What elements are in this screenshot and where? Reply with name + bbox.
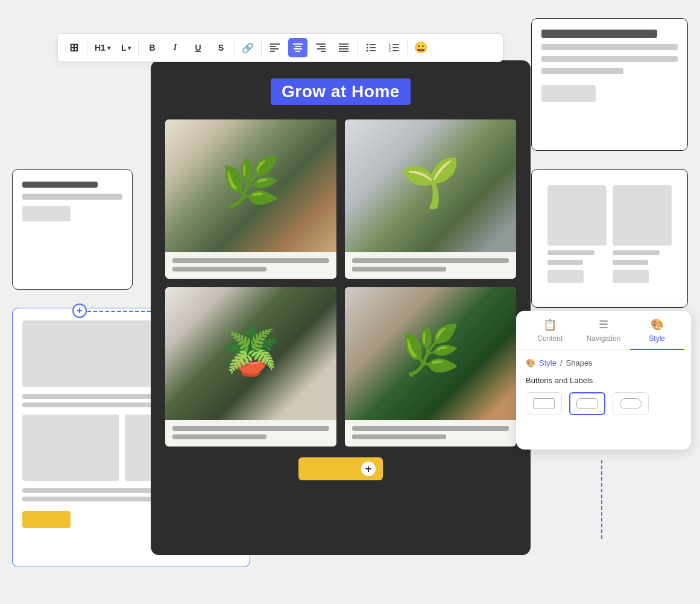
ordered-list-button[interactable]: 1.2.3.	[384, 38, 403, 57]
svg-rect-14	[339, 48, 348, 49]
add-section-button[interactable]: +	[72, 304, 87, 318]
breadcrumb-style[interactable]: Style	[539, 358, 557, 367]
svg-rect-6	[294, 48, 302, 49]
strikethrough-button[interactable]: S	[211, 38, 230, 57]
size-dropdown[interactable]: L ▾	[118, 38, 135, 57]
style-panel: 📋 Content ☰ Navigation 🎨 Style 🎨 Style /…	[516, 311, 691, 450]
svg-rect-23	[393, 44, 399, 45]
svg-rect-19	[370, 47, 376, 48]
svg-rect-11	[321, 51, 326, 52]
panel-breadcrumb: 🎨 Style / Shapes	[526, 358, 681, 367]
svg-rect-4	[293, 43, 303, 45]
plant-card-4	[345, 287, 516, 447]
connector-line-h	[87, 311, 151, 312]
wireframe-mid-right	[531, 169, 688, 308]
add-button-row: +	[298, 457, 383, 480]
navigation-tab-icon: ☰	[599, 318, 608, 331]
svg-rect-1	[270, 46, 276, 47]
plant-caption-2	[345, 252, 516, 279]
tab-content[interactable]: 📋 Content	[523, 318, 577, 350]
heading-dropdown[interactable]: H1 ▾	[91, 38, 114, 57]
plant-grid	[165, 119, 516, 447]
wf-btn	[613, 270, 649, 283]
plant-line-short	[172, 434, 266, 439]
svg-point-20	[367, 50, 368, 52]
element-button[interactable]: ⊞	[64, 38, 83, 57]
wf-btn	[547, 270, 584, 283]
style-tab-icon: 🎨	[651, 318, 664, 331]
svg-rect-2	[270, 48, 279, 49]
connector-line-vertical	[601, 460, 602, 539]
align-right-button[interactable]	[311, 38, 330, 57]
align-center-button[interactable]	[288, 38, 307, 57]
breadcrumb-separator: /	[560, 358, 563, 367]
panel-body: 🎨 Style / Shapes Buttons and Labels	[516, 350, 691, 424]
toolbar-divider	[234, 40, 235, 55]
navigation-tab-label: Navigation	[587, 334, 621, 343]
bold-button[interactable]: B	[142, 38, 162, 57]
size-chevron: ▾	[128, 45, 131, 51]
rounded-shape-preview	[576, 398, 598, 409]
text-formatting-toolbar: ⊞ H1 ▾ L ▾ B I U S 🔗 1.2.3.	[57, 33, 503, 62]
shape-pill[interactable]	[613, 392, 649, 415]
toolbar-divider	[138, 40, 139, 55]
add-plus-icon: +	[361, 462, 376, 476]
svg-rect-10	[317, 48, 326, 49]
section-title: Buttons and Labels	[526, 376, 681, 385]
plant-image-2	[345, 119, 516, 252]
wf-line	[541, 44, 678, 50]
emoji-button[interactable]: 😀	[411, 38, 430, 57]
toolbar-divider	[87, 40, 87, 55]
svg-point-18	[367, 47, 368, 49]
plant-card-2	[345, 119, 516, 279]
wf-line	[541, 56, 678, 62]
svg-rect-8	[316, 43, 326, 45]
plant-card-1	[165, 119, 336, 279]
add-content-button[interactable]: +	[298, 457, 383, 480]
breadcrumb-shapes: Shapes	[566, 358, 593, 367]
pill-shape-preview	[620, 398, 642, 409]
justify-button[interactable]	[334, 38, 353, 57]
square-shape-preview	[533, 398, 555, 409]
wf-btn	[22, 206, 71, 221]
wf-image	[22, 415, 119, 481]
underline-button[interactable]: U	[188, 38, 207, 57]
tab-style[interactable]: 🎨 Style	[630, 318, 684, 350]
plant-line-short	[352, 434, 446, 439]
shape-square[interactable]	[526, 392, 562, 415]
plant-line	[352, 426, 509, 431]
canvas-title-wrapper: Grow at Home	[271, 78, 411, 105]
wf-line	[541, 68, 623, 74]
panel-tabs: 📋 Content ☰ Navigation 🎨 Style	[516, 311, 691, 350]
plant-caption-4	[345, 420, 516, 447]
italic-button[interactable]: I	[165, 38, 184, 57]
style-tab-label: Style	[649, 334, 665, 343]
wf-line	[547, 250, 594, 255]
link-button[interactable]: 🔗	[238, 38, 257, 57]
svg-rect-9	[320, 46, 326, 47]
wf-image	[613, 185, 672, 246]
plant-caption-1	[165, 252, 336, 279]
wf-line	[547, 260, 583, 265]
plant-caption-3	[165, 420, 336, 447]
wf-line	[613, 250, 660, 255]
plant-image-4	[345, 287, 516, 420]
unordered-list-button[interactable]	[361, 38, 380, 57]
toolbar-divider	[357, 40, 358, 55]
svg-rect-7	[295, 51, 300, 52]
svg-rect-27	[393, 50, 399, 51]
content-tab-icon: 📋	[543, 318, 557, 331]
shape-rounded[interactable]	[569, 392, 605, 415]
wireframe-left	[12, 169, 133, 290]
toolbar-divider	[261, 40, 262, 55]
wf-image	[547, 185, 607, 246]
plant-line-short	[352, 267, 446, 272]
svg-rect-17	[370, 44, 376, 45]
plant-image-1	[165, 119, 336, 252]
heading-label: H1	[95, 43, 106, 52]
svg-text:3.: 3.	[389, 49, 392, 52]
align-left-button[interactable]	[265, 38, 285, 57]
size-label: L	[121, 43, 127, 52]
svg-rect-13	[339, 46, 348, 47]
tab-navigation[interactable]: ☰ Navigation	[577, 318, 631, 350]
